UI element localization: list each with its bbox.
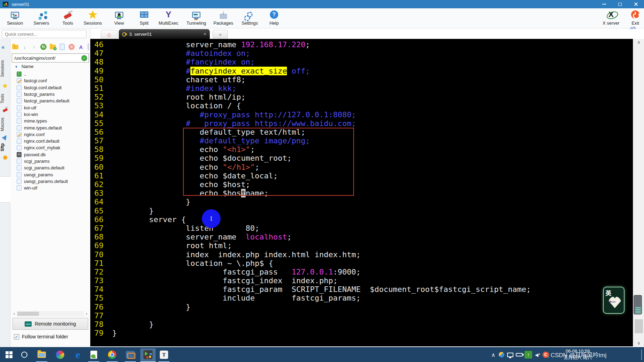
file-row[interactable]: fastcgi_params.default	[12, 98, 89, 104]
battery-icon	[516, 353, 523, 356]
terminal-screen[interactable]: 46 server_name 192.168.17.220;47 #autoin…	[90, 39, 633, 346]
tray-updater-button[interactable]: ↑	[524, 348, 533, 361]
file-row[interactable]: nginx.conf.default	[12, 138, 89, 144]
tray-chevron-button[interactable]: ∧	[489, 348, 497, 361]
minimize-button[interactable]	[596, 0, 612, 8]
multiexec-button[interactable]: Y MultiExec	[156, 9, 181, 27]
sessions-button[interactable]: Sessions	[80, 9, 106, 27]
sidebar-tab-macros[interactable]: Macros	[0, 115, 10, 133]
download-button[interactable]: ↓	[21, 43, 28, 50]
sidebar-tab-sftp[interactable]: Sftp	[0, 140, 10, 154]
refresh-button[interactable]: ↻	[40, 43, 47, 50]
session-button[interactable]: Session	[2, 9, 28, 27]
macros-plane-icon[interactable]	[3, 135, 8, 140]
tray-app-icon[interactable]	[497, 348, 506, 361]
split-button[interactable]: Split	[131, 9, 157, 27]
file-row[interactable]: fastcgi.conf.default	[12, 84, 89, 91]
screen-recorder-button[interactable]	[52, 348, 68, 361]
settings-button[interactable]: Settings	[237, 9, 263, 27]
sidebar-tab-sftp-bg	[0, 176, 10, 203]
file-row[interactable]: mime.types	[12, 118, 89, 124]
file-row[interactable]: fastcgi.conf	[12, 77, 89, 84]
delete-button[interactable]: ×	[68, 43, 75, 50]
tray-display-button[interactable]	[506, 348, 515, 361]
collapse-sidebar-icon[interactable]: «	[1, 44, 5, 51]
show-desktop-button[interactable]	[641, 349, 642, 360]
start-button[interactable]	[1, 348, 17, 361]
new-file-button[interactable]	[59, 43, 66, 50]
file-file-icon	[17, 185, 22, 191]
exit-button[interactable]: Exit	[622, 9, 644, 27]
favorites-star-icon[interactable]	[2, 83, 8, 88]
file-row[interactable]: passwd.db	[12, 151, 89, 158]
tools-knife-icon[interactable]	[3, 109, 8, 111]
scroll-left-icon[interactable]: ‹	[12, 311, 17, 316]
file-row[interactable]: koi-utf	[12, 104, 89, 111]
file-row[interactable]: koi-win	[12, 111, 89, 118]
line-number: 60	[91, 163, 104, 171]
packages-button[interactable]: Packages	[210, 9, 236, 27]
extra-button[interactable]	[87, 43, 89, 50]
name-column-header[interactable]: Name	[22, 64, 34, 69]
file-row[interactable]: scgi_params.default	[12, 165, 89, 171]
view-button[interactable]: View	[106, 9, 132, 27]
session-tab[interactable]: 3. server01 ×	[119, 29, 210, 39]
file-row[interactable]: ..	[12, 71, 89, 77]
tray-volume-button[interactable]: ◀×	[533, 348, 543, 361]
file-row[interactable]: uwsgi_params	[12, 171, 89, 178]
encoding-button[interactable]: A	[77, 43, 84, 50]
edge-button[interactable]: e	[70, 348, 85, 361]
sidebar-tab-tools[interactable]: Tools	[0, 91, 10, 106]
line-number: 68	[91, 233, 104, 241]
file-row[interactable]: nginx.conf	[12, 131, 89, 138]
maximize-button[interactable]	[612, 0, 628, 8]
tray-battery-button[interactable]	[515, 348, 524, 361]
windows-taskbar: e T ∧ ↑ ◀× 英 06-08 10:59 五月初六 周六 C CSDN …	[0, 347, 644, 362]
upload-button[interactable]: ↑	[31, 43, 38, 50]
tools-button[interactable]: Tools	[55, 9, 81, 27]
file-row[interactable]: nginx.conf_mybak	[12, 144, 89, 151]
mobaxterm-taskbar-button[interactable]	[140, 348, 156, 361]
help-button[interactable]: ? Help	[261, 9, 287, 27]
sftp-horizontal-scrollbar[interactable]: ‹ ›	[12, 311, 89, 317]
hscroll-track[interactable]	[17, 311, 84, 317]
servers-button[interactable]: Servers	[28, 9, 54, 27]
typora-button[interactable]: T	[156, 348, 172, 361]
tunneling-button[interactable]: Tunneling	[183, 9, 209, 27]
file-explorer-icon	[38, 352, 46, 358]
file-row[interactable]: uwsgi_params.default	[12, 178, 89, 185]
x-server-button[interactable]: X X server	[598, 9, 624, 27]
file-explorer-button[interactable]	[34, 348, 49, 361]
remote-monitoring-button[interactable]: Remote monitoring	[13, 318, 88, 330]
sort-caret-icon[interactable]: ▼	[15, 65, 18, 69]
close-button[interactable]	[628, 0, 644, 8]
vmware-button[interactable]	[123, 348, 138, 361]
file-row[interactable]: fastcgi_params	[12, 91, 89, 98]
home-tab[interactable]: ⌂	[101, 30, 117, 39]
new-tab-button[interactable]: +	[213, 30, 228, 39]
scroll-up-icon[interactable]: ∧	[633, 40, 644, 45]
line-number: 57	[91, 136, 104, 145]
hscroll-thumb[interactable]	[17, 312, 39, 316]
vscroll-thumb[interactable]	[635, 319, 643, 333]
tab-close-icon[interactable]: ×	[204, 31, 206, 37]
edge-icon: e	[75, 350, 80, 360]
line-content: #proxy_pass http://127.0.0.1:8080;	[112, 110, 356, 119]
tunneling-icon	[192, 9, 200, 20]
file-row[interactable]: mime.types.default	[12, 124, 89, 131]
file-list-header[interactable]: ▼Name	[12, 64, 89, 71]
follow-terminal-checkbox[interactable]: ✓	[14, 334, 19, 339]
file-list: ..fastcgi.conffastcgi.conf.defaultfastcg…	[12, 71, 89, 191]
scroll-down-icon[interactable]: ∨	[633, 340, 644, 346]
file-row[interactable]: win-utf	[12, 185, 89, 191]
file-row[interactable]: scgi_params	[12, 158, 89, 165]
folder-up-button[interactable]: ↑	[12, 43, 19, 50]
quick-connect-input[interactable]	[2, 30, 86, 38]
notepad-button[interactable]	[86, 348, 101, 361]
chrome-button[interactable]	[105, 348, 120, 361]
new-folder-button[interactable]: +	[49, 43, 56, 50]
scroll-right-icon[interactable]: ›	[84, 311, 89, 316]
sftp-path-input[interactable]	[12, 56, 81, 61]
cortana-button[interactable]	[17, 348, 32, 361]
sidebar-tab-sessions[interactable]: Sessions	[0, 56, 10, 81]
